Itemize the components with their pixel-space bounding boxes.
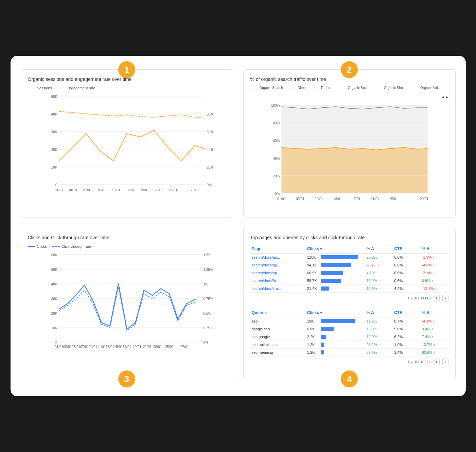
svg-text:01/01: 01/01 [54,188,63,192]
table-row: search/docs/ap... 60.9K 4.1% ↑ 6.6% -7.1… [250,269,448,277]
badge-2: 2 [341,61,358,78]
svg-text:80%: 80% [207,112,213,116]
svg-text:07/01: 07/01 [83,188,91,192]
pages-pagination: 1 - 10 / 11113 ‹ › [250,295,448,301]
queries-prev-btn[interactable]: ‹ [434,359,440,365]
nav-prev-icon[interactable]: ◀ [442,95,444,99]
legend-sessions: Sessions [28,86,52,90]
cell-ctr-delta: -4.1% ↓ [421,317,448,325]
svg-text:0%: 0% [207,183,212,187]
pages-pagination-text: 1 - 10 / 11113 [408,296,431,300]
svg-text:40%: 40% [207,148,213,152]
col-pct-delta-q[interactable]: % Δ [365,308,393,317]
svg-text:13/01: 13/01 [111,188,120,192]
legend-engagement: Engagement rate [57,86,95,90]
cell-ctr: 6.6% [393,261,421,269]
cell-query: seo [250,317,306,325]
svg-text:1.25%: 1.25% [203,268,213,272]
col-ctr[interactable]: CTR [393,244,421,254]
cell-query: seo google [250,333,306,341]
svg-text:21/01: 21/01 [370,197,379,201]
cell-ctr: 4.4% [393,285,421,293]
cell-ctr: 0.7% [393,317,421,325]
svg-text:1.5%: 1.5% [203,253,211,257]
col-clicks[interactable]: Clicks ▾ [306,244,365,254]
legend-clicks: Clicks [28,244,47,248]
cell-ctr-delta: -4.8% ↓ [421,261,448,269]
panel-clicks-ctr: 3 Clicks and Click-through rate over tim… [21,228,233,379]
cell-clicks: 1.2K [306,349,365,357]
svg-text:20K: 20K [51,312,57,315]
svg-text:13/01: 13/01 [105,345,114,349]
cell-page: search/docs/fu... [250,277,306,285]
cell-page: search/docs/ap... [250,254,306,261]
cell-pct-delta: 13.0% ↑ [365,325,393,333]
nav-next-icon[interactable]: ▶ [446,95,448,99]
cell-ctr-delta: 9.4% ↑ [421,325,448,333]
queries-table: Queries Clicks ▾ % Δ CTR % Δ seo 19K 11.… [250,308,448,357]
svg-text:03/01: 03/01 [63,345,71,349]
badge-1: 1 [118,61,135,78]
cell-ctr: 1.0% [393,341,421,349]
panel2-legend: Organic Search Direct Referral Organic S… [250,86,448,99]
panel-organic-sessions: 1 Organic sessions and engagement rate o… [21,69,233,218]
cell-ctr-delta: 13.7% ↑ [421,341,448,349]
legend-organic-sho: Organic Sho... [375,86,406,90]
chart-nav[interactable]: ◀ ▶ [442,95,448,99]
svg-text:50K: 50K [51,268,57,272]
table-row: seo meaning 1.2K 37.8% ↑ 1.4% 90.6% ↑ [250,349,448,357]
panel1-chart: 0 10K 20K 30K 40K 50K 0% 20% 40% 60% 80% [28,93,226,202]
svg-text:05/01: 05/01 [71,345,80,349]
table-row: seo google 2.2K 12.0% ↑ 6.2% 7.4% ↑ [250,333,448,341]
panel3-legend: Clicks Click-through rate [28,244,226,248]
queries-table-section: Queries Clicks ▾ % Δ CTR % Δ seo 19K 11.… [250,308,448,365]
cell-ctr: 6.6% [393,269,421,277]
cell-pct-delta: 11.2% ↑ [365,317,393,325]
cell-clicks: 6.8K [306,325,365,333]
pages-prev-btn[interactable]: ‹ [434,295,440,301]
svg-text:29/01: 29/01 [420,197,428,201]
cell-page: search/docs/cra... [250,285,306,293]
cell-clicks: 94.1K [306,261,365,269]
svg-text:16/01: 16/01 [126,188,134,192]
cell-query: google seo [250,325,306,333]
svg-text:40K: 40K [51,112,57,116]
table-row: search/docs/ap... 94.1K -7.6% ↓ 6.6% -4.… [250,261,448,269]
pages-next-btn[interactable]: › [442,295,448,301]
col-clicks-q[interactable]: Clicks ▾ [306,308,365,317]
col-ctr-delta[interactable]: % Δ [421,244,448,254]
svg-text:60K: 60K [51,253,57,257]
svg-text:04/01: 04/01 [69,188,77,192]
svg-text:60%: 60% [207,130,213,134]
svg-text:01/01: 01/01 [277,197,285,201]
col-query[interactable]: Queries [250,308,306,317]
cell-ctr: 0.6% [393,277,421,285]
col-pct-delta[interactable]: % Δ [365,244,393,254]
badge-3: 3 [118,370,135,387]
svg-text:30K: 30K [51,130,57,134]
svg-text:10K: 10K [51,326,57,330]
queries-pagination: 1 - 10 / 10527 ‹ › [250,359,448,365]
legend-organic-search: Organic Search [250,86,283,90]
queries-next-btn[interactable]: › [442,359,448,365]
panel2-chart: 0% 20% 40% 60% 80% 100% 01/01 05/01 09/0… [250,102,448,210]
table-row: search/docs/ap... 110K 20.2% ↑ 5.0% -1.9… [250,254,448,261]
cell-ctr-delta: -12.8% ↓ [421,285,448,293]
table-row: seo 19K 11.2% ↑ 0.7% -4.1% ↓ [250,317,448,325]
svg-text:09/01: 09/01 [314,197,323,201]
legend-direct: Direct [288,86,306,90]
svg-text:1%: 1% [203,282,208,286]
col-ctr-delta-q[interactable]: % Δ [421,308,448,317]
svg-text:0: 0 [55,183,57,187]
svg-text:40%: 40% [273,157,280,160]
table-row: search/docs/cra... 21.4K 16.5% ↑ 4.4% -1… [250,285,448,293]
cell-ctr-delta: 6.9% ↑ [421,277,448,285]
legend-referral: Referral [312,86,333,90]
col-ctr-q[interactable]: CTR [393,308,421,317]
cell-pct-delta: 16.9% ↑ [365,277,393,285]
svg-text:80%: 80% [273,121,280,125]
svg-text:01/01: 01/01 [54,345,63,349]
cell-ctr-delta: -7.1% ↓ [421,269,448,277]
col-page[interactable]: Page [250,244,306,254]
pages-table-section: Page Clicks ▾ % Δ CTR % Δ search/docs/ap… [250,244,448,301]
